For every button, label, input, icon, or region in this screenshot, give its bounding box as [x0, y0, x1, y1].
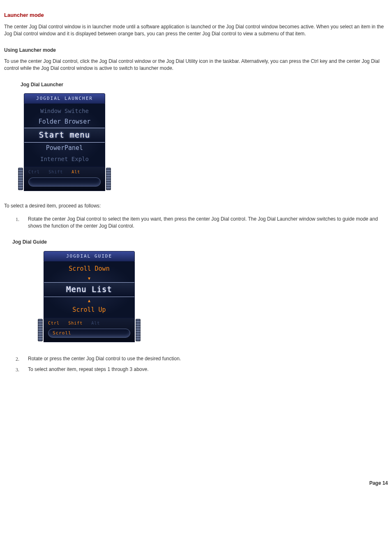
- launcher-item[interactable]: Folder Browser: [24, 116, 105, 128]
- intro-paragraph: The center Jog Dial control window is in…: [4, 23, 388, 38]
- alt-key: Alt: [71, 170, 80, 174]
- step-text: Rotate or press the center Jog Dial cont…: [28, 356, 181, 362]
- guide-bottom-box: Ctrl Shift Alt Scroll: [44, 318, 135, 343]
- jogdial-launcher-window: JOGDIAL LAUNCHER Window Switche Folder B…: [24, 93, 105, 191]
- shift-key: Shift: [68, 321, 83, 325]
- shift-key: Shift: [48, 170, 63, 174]
- page-title: Launcher mode: [4, 12, 388, 19]
- guide-titlebar: JOGDIAL GUIDE: [44, 251, 135, 262]
- step-text: To select another item, repeat steps 1 t…: [28, 366, 149, 372]
- guide-scroll-up[interactable]: Scroll Up: [44, 304, 134, 316]
- guide-slot[interactable]: Scroll: [48, 329, 130, 338]
- ctrl-key: Ctrl: [48, 321, 60, 325]
- step-text: Rotate the center Jog Dial control to se…: [28, 216, 378, 229]
- using-heading: Using Launcher mode: [4, 47, 388, 54]
- up-arrow-icon: ▲: [44, 297, 134, 305]
- jog-rail-right-icon: [136, 319, 141, 342]
- page-number: Page 14: [4, 480, 388, 487]
- figure-2-caption: Jog Dial Guide: [12, 239, 388, 246]
- launcher-item-selected[interactable]: Start menu: [24, 128, 105, 143]
- step-2: 2. Rotate or press the center Jog Dial c…: [28, 355, 388, 362]
- ctrl-key: Ctrl: [28, 170, 40, 174]
- modifier-keys: Ctrl Shift Alt: [48, 320, 130, 327]
- step-3: 3. To select another item, repeat steps …: [28, 366, 388, 373]
- step-number: 1.: [16, 216, 19, 223]
- using-paragraph: To use the center Jog Dial control, clic…: [4, 58, 388, 72]
- down-arrow-icon: ▼: [44, 275, 134, 283]
- launcher-item[interactable]: Internet Explo: [24, 154, 105, 164]
- step-1: 1. Rotate the center Jog Dial control to…: [28, 216, 388, 230]
- jog-rail-left-icon: [18, 168, 23, 191]
- launcher-titlebar: JOGDIAL LAUNCHER: [24, 93, 105, 104]
- alt-key: Alt: [91, 321, 100, 325]
- select-prompt: To select a desired item, proceed as fol…: [4, 203, 388, 210]
- jog-rail-left-icon: [38, 319, 43, 342]
- modifier-keys: Ctrl Shift Alt: [28, 169, 101, 175]
- launcher-bottom-box: Ctrl Shift Alt: [24, 167, 105, 191]
- guide-scroll-down[interactable]: Scroll Down: [44, 263, 134, 275]
- guide-menu-list[interactable]: Menu List: [44, 282, 134, 297]
- launcher-slot[interactable]: [28, 177, 101, 187]
- launcher-item[interactable]: PowerPanel: [24, 143, 105, 154]
- step-number: 2.: [16, 356, 19, 363]
- launcher-panel: Window Switche Folder Browser Start menu…: [24, 104, 105, 167]
- figure-1-caption: Jog Dial Launcher: [21, 81, 388, 88]
- launcher-item[interactable]: Window Switche: [24, 106, 105, 116]
- jog-rail-right-icon: [106, 168, 111, 191]
- guide-panel: Scroll Down ▼ Menu List ▲ Scroll Up: [44, 262, 135, 318]
- jogdial-guide-window: JOGDIAL GUIDE Scroll Down ▼ Menu List ▲ …: [44, 251, 135, 342]
- step-number: 3.: [16, 366, 19, 373]
- guide-slot-text: Scroll: [53, 330, 71, 336]
